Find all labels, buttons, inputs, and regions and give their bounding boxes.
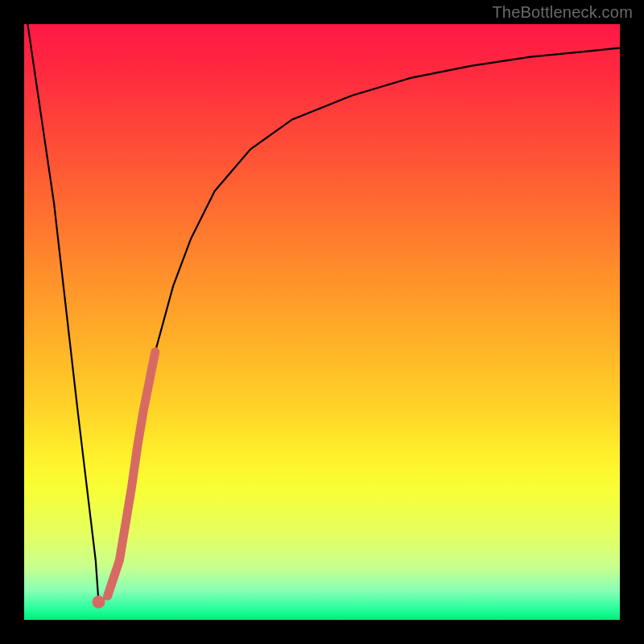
highlight-segment [108, 352, 155, 596]
highlight-dot [93, 596, 105, 609]
plot-area [24, 24, 620, 620]
bottleneck-curve [24, 0, 620, 601]
watermark-text: TheBottleneck.com [492, 3, 633, 22]
chart-frame: TheBottleneck.com [0, 0, 644, 644]
chart-svg [24, 24, 620, 620]
